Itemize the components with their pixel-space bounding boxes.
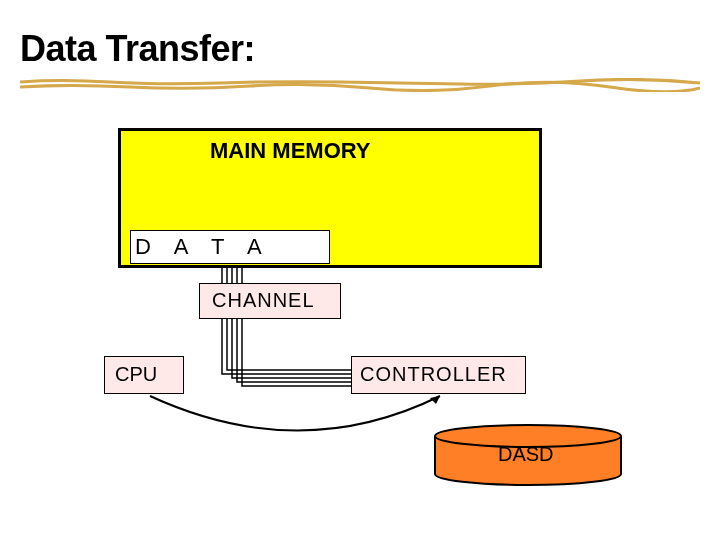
- controller-label: CONTROLLER: [360, 363, 507, 386]
- cpu-label: CPU: [115, 363, 157, 386]
- main-memory-label: MAIN MEMORY: [210, 138, 371, 164]
- slide-title: Data Transfer:: [20, 28, 255, 70]
- title-underline: [20, 78, 700, 92]
- channel-label: CHANNEL: [212, 289, 315, 312]
- dasd-label: DASD: [498, 443, 554, 466]
- data-label: D A T A: [135, 234, 271, 260]
- svg-marker-5: [430, 396, 440, 404]
